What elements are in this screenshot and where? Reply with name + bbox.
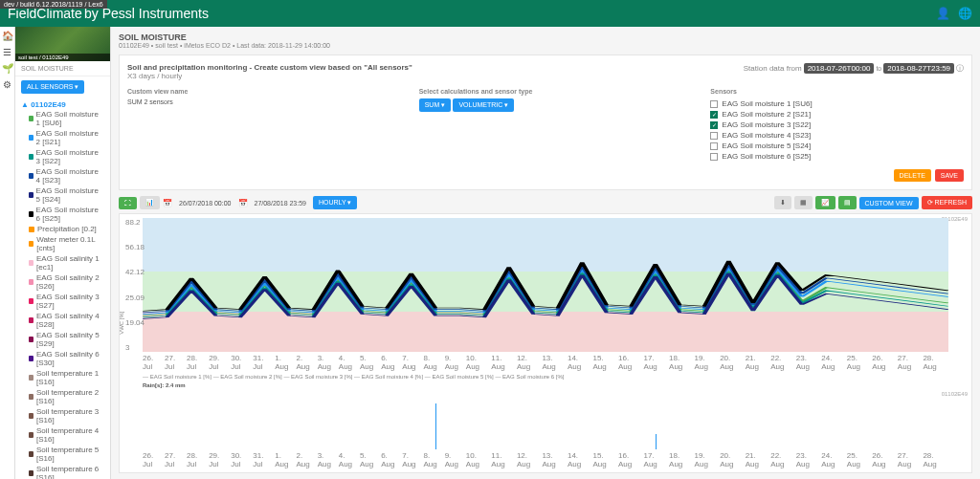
tree-item[interactable]: EAG Soil moisture 3 [S22] xyxy=(21,147,104,166)
sensor-checkbox-row[interactable]: ✓EAG Soil moisture 2 [S21] xyxy=(710,109,964,120)
tree-item[interactable]: EAG Soil salinity 1 [ec1] xyxy=(21,253,104,272)
help-icon[interactable]: ⓘ xyxy=(956,64,964,73)
sensor-checkbox-row[interactable]: EAG Soil moisture 6 [S25] xyxy=(710,151,964,162)
tree-item[interactable]: EAG Soil salinity 2 [S26] xyxy=(21,272,104,292)
tree-item[interactable]: Soil temperature 1 [S16] xyxy=(21,368,104,387)
tree-item[interactable]: Soil temperature 5 [S16] xyxy=(21,445,104,464)
tree-item[interactable]: EAG Soil salinity 6 [S30] xyxy=(21,349,104,368)
expand-button[interactable]: ⛶ xyxy=(119,197,137,209)
list-icon[interactable]: ☰ xyxy=(3,47,11,57)
download-button[interactable]: ⬇ xyxy=(774,196,791,209)
date-range: Station data from 2018-07-26T00:00 to 20… xyxy=(744,63,964,80)
page-title: SOIL MOISTURE xyxy=(119,33,972,42)
volumetric-button[interactable]: VOLUMETRIC ▾ xyxy=(453,98,514,112)
rain-title: Rain[s]: 2.4 mm xyxy=(143,382,948,388)
soil-moisture-chart: 01102E49 VWC [%] 88.256.1842.1225.0919.0… xyxy=(119,213,972,473)
save-button[interactable]: SAVE xyxy=(935,169,964,182)
station-thumb[interactable]: soil test / 01102E49 xyxy=(15,27,110,61)
main: SOIL MOISTURE 01102E49 • soil test • iMe… xyxy=(111,27,980,479)
build-tag: dev / build 6.12.2018/1119 / Lex6 xyxy=(0,0,107,9)
tree-item[interactable]: EAG Soil moisture 4 [S23] xyxy=(21,166,104,185)
calendar-from-icon[interactable]: 📅 xyxy=(163,199,172,207)
col-calc-h: Select calculations and sensor type xyxy=(419,88,673,95)
panel-sub: X3 days / hourly xyxy=(127,72,182,80)
chart-view-button[interactable]: 📊 xyxy=(140,196,160,209)
y-label: VWC [%] xyxy=(119,311,124,334)
calendar-to-icon[interactable]: 📅 xyxy=(238,199,248,207)
sensor-checkbox-row[interactable]: EAG Soil moisture 5 [S24] xyxy=(710,141,964,151)
sidebar: soil test / 01102E49 SOIL MOISTURE ALL S… xyxy=(15,27,111,479)
hourly-button[interactable]: HOURLY ▾ xyxy=(313,196,357,209)
tree-item[interactable]: EAG Soil moisture 2 [S21] xyxy=(21,128,104,147)
page-meta: 01102E49 • soil test • iMetos ECO D2 • L… xyxy=(119,42,972,49)
tree-item[interactable]: EAG Soil moisture 5 [S24] xyxy=(21,185,104,205)
sum-button[interactable]: SUM ▾ xyxy=(419,98,452,112)
chart-legend: — EAG Soil moisture 1 [%] — EAG Soil moi… xyxy=(143,374,948,380)
all-sensors-button[interactable]: ALL SENSORS ▾ xyxy=(21,80,84,94)
tree-item[interactable]: EAG Soil moisture 6 [S25] xyxy=(21,205,104,224)
tree-item[interactable]: EAG Soil salinity 4 [S28] xyxy=(21,311,104,330)
toolbar-date-to[interactable]: 27/08/2018 23:59 xyxy=(251,198,311,208)
tree-item[interactable]: Soil temperature 2 [S16] xyxy=(21,387,104,406)
tree-item[interactable]: Soil temperature 6 [S16] xyxy=(21,464,104,479)
tree-item[interactable]: EAG Soil salinity 5 [S29] xyxy=(21,330,104,349)
toolbar-date-from[interactable]: 26/07/2018 00:00 xyxy=(175,198,235,208)
chart-toolbar: ⛶ 📊 📅26/07/2018 00:00 📅27/08/2018 23:59 … xyxy=(119,196,972,209)
sensor-checkbox-row[interactable]: ✓EAG Soil moisture 3 [S22] xyxy=(710,120,964,130)
daterange-label: Station data from xyxy=(744,64,802,73)
tree-item[interactable]: EAG Soil salinity 3 [S27] xyxy=(21,292,104,311)
tree-item[interactable]: Water meter 0.1L [cnts] xyxy=(21,234,104,253)
refresh-button[interactable]: ⟳ REFRESH xyxy=(922,196,972,209)
panel-title: Soil and precipitation monitoring - Crea… xyxy=(127,63,412,72)
tree-item[interactable]: Soil temperature 3 [S16] xyxy=(21,406,104,425)
tree-item[interactable]: Soil temperature 4 [S16] xyxy=(21,425,104,445)
tree-item[interactable]: Precipitation [0.2] xyxy=(21,224,104,234)
iconbar: 🏠 ☰ 🌱 ⚙ xyxy=(0,27,15,479)
home-icon[interactable]: 🏠 xyxy=(2,31,13,41)
gear-icon[interactable]: ⚙ xyxy=(3,79,11,90)
thumb-caption: soil test / 01102E49 xyxy=(15,54,110,61)
col-custom-name-h: Custom view name xyxy=(127,88,381,95)
sensor-checkbox-row[interactable]: EAG Soil moisture 1 [SU6] xyxy=(710,98,964,109)
date-from[interactable]: 2018-07-26T00:00 xyxy=(804,63,875,74)
leaf-icon[interactable]: 🌱 xyxy=(2,63,13,74)
user-icon[interactable]: 👤 xyxy=(936,7,950,20)
sensor-tree: ▲ 01102E49 EAG Soil moisture 1 [SU6]EAG … xyxy=(15,98,110,479)
sidebar-head: SOIL MOISTURE xyxy=(15,61,110,76)
table-button[interactable]: ▦ xyxy=(794,196,813,209)
globe-icon[interactable]: 🌐 xyxy=(958,7,972,20)
station-node[interactable]: ▲ 01102E49 xyxy=(21,100,104,109)
custom-view-name: SUM 2 sensors xyxy=(127,98,381,105)
grid-button[interactable]: ▤ xyxy=(838,196,857,209)
tree-item[interactable]: EAG Soil moisture 1 [SU6] xyxy=(21,109,104,128)
config-panel: Soil and precipitation monitoring - Crea… xyxy=(119,54,972,190)
top-icons: 👤 🌐 xyxy=(936,7,972,20)
delete-button[interactable]: DELETE xyxy=(894,169,931,182)
date-to[interactable]: 2018-08-27T23:59 xyxy=(883,63,954,74)
col-sensors-h: Sensors xyxy=(710,88,964,95)
sensor-checkbox-row[interactable]: EAG Soil moisture 4 [S23] xyxy=(710,130,964,141)
chart-button[interactable]: 📈 xyxy=(815,196,835,209)
custom-view-button[interactable]: CUSTOM VIEW xyxy=(859,197,919,209)
topbar: FieldClimate by Pessl Instruments 👤 🌐 xyxy=(0,0,980,27)
